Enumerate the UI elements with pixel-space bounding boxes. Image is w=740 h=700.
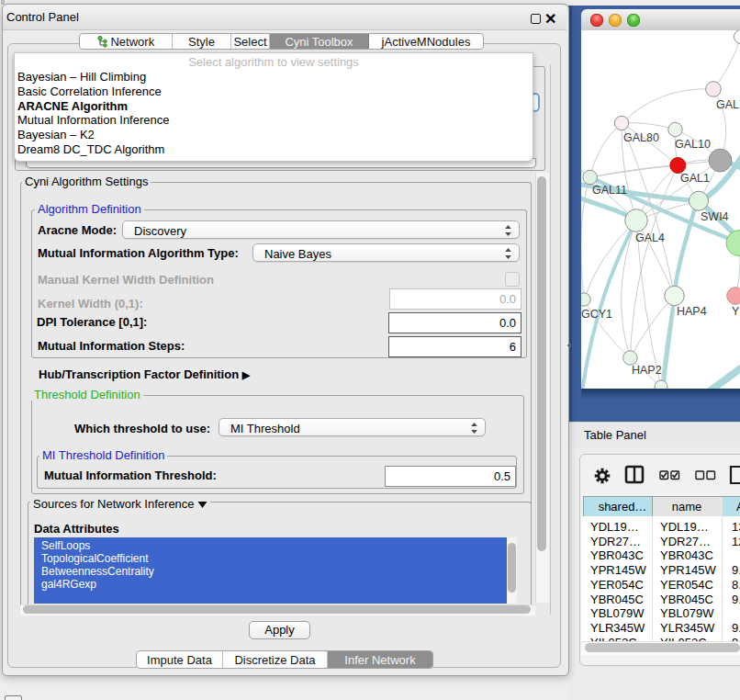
svg-text:GAL11: GAL11 bbox=[592, 184, 627, 197]
svg-text:GAL1: GAL1 bbox=[680, 172, 710, 185]
svg-text:GAL80: GAL80 bbox=[623, 131, 659, 144]
svg-text:GCY1: GCY1 bbox=[581, 308, 612, 321]
svg-text:GAL7: GAL7 bbox=[716, 98, 740, 111]
svg-text:HAP2: HAP2 bbox=[632, 364, 662, 377]
svg-text:SWI4: SWI4 bbox=[701, 210, 729, 223]
svg-text:GAL4: GAL4 bbox=[635, 231, 665, 244]
svg-text:Y: Y bbox=[732, 305, 740, 318]
svg-text:HAP4: HAP4 bbox=[677, 305, 707, 318]
svg-text:GAL10: GAL10 bbox=[675, 138, 711, 151]
